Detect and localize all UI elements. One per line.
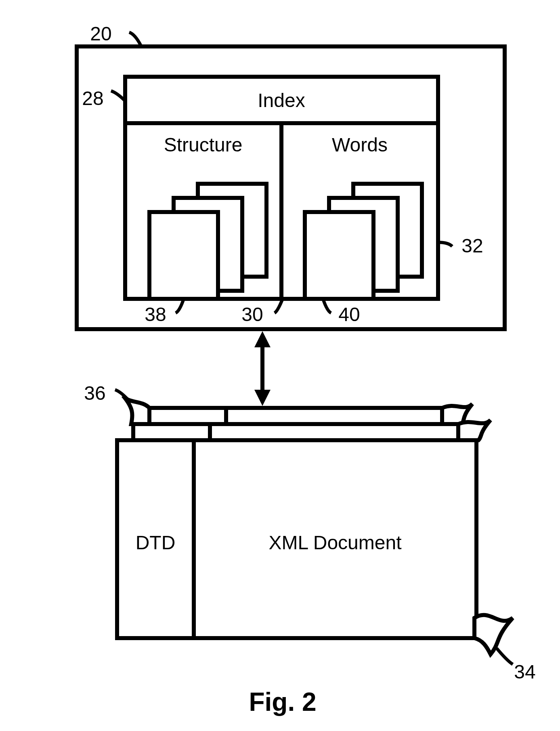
ref-40: 40 <box>338 304 360 325</box>
svg-marker-8 <box>254 390 271 406</box>
ref-36: 36 <box>84 382 105 404</box>
middle-folder <box>133 424 460 440</box>
words-title: Words <box>332 134 388 155</box>
xml-label: XML Document <box>268 532 401 553</box>
leader-36 <box>115 390 130 402</box>
svg-rect-9 <box>149 408 444 424</box>
structure-title: Structure <box>164 134 243 155</box>
figure-caption: Fig. 2 <box>249 687 316 716</box>
leader-34 <box>497 648 513 664</box>
figure-2-diagram: 20 Index Structure Words 28 32 30 38 40 <box>0 0 560 731</box>
svg-rect-2 <box>149 212 218 299</box>
svg-marker-7 <box>254 331 271 347</box>
tear-bottom-right <box>474 615 513 654</box>
bidirectional-arrow <box>254 331 271 406</box>
ref-32: 32 <box>461 235 483 256</box>
ref-20: 20 <box>90 23 111 44</box>
svg-rect-5 <box>305 212 373 299</box>
index-title: Index <box>258 90 305 111</box>
ref-30: 30 <box>241 304 263 325</box>
ref-28: 28 <box>82 88 103 109</box>
back-folder <box>149 408 444 424</box>
ref-34: 34 <box>514 661 535 683</box>
leader-20 <box>129 32 141 46</box>
dtd-label: DTD <box>136 532 176 553</box>
ref-38: 38 <box>145 304 166 325</box>
front-folder: DTD XML Document <box>117 440 476 638</box>
tear-right-middle <box>458 420 491 440</box>
svg-rect-11 <box>133 424 460 440</box>
